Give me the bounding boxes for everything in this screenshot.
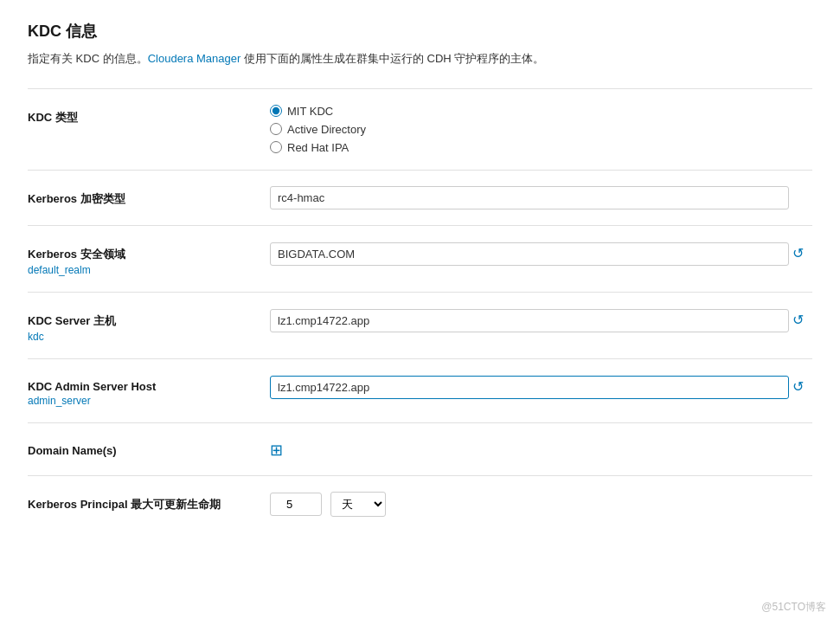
radio-mit-label: MIT KDC (287, 105, 333, 118)
kdc-server-label-col: KDC Server 主机 kdc (28, 308, 270, 343)
domain-names-field-col: ⊞ (270, 439, 812, 460)
radio-mit-input[interactable] (270, 105, 282, 117)
kerberos-enc-row: Kerberos 加密类型 (28, 186, 812, 209)
domain-names-row: Domain Name(s) ⊞ (28, 439, 812, 460)
kerberos-enc-label: Kerberos 加密类型 (28, 191, 270, 207)
divider-7 (28, 475, 812, 476)
divider-2 (28, 170, 812, 171)
kdc-admin-input[interactable] (270, 376, 789, 399)
kerberos-enc-input[interactable] (270, 186, 789, 209)
radio-ad-label: Active Directory (287, 123, 366, 136)
kdc-type-row: KDC 类型 MIT KDC Active Directory Red Hat … (28, 105, 812, 154)
page-description: 指定有关 KDC 的信息。Cloudera Manager 使用下面的属性生成在… (28, 50, 812, 68)
description-prefix: 指定有关 KDC 的信息。 (28, 52, 148, 65)
divider-6 (28, 422, 812, 423)
kerberos-realm-sublabel: default_realm (28, 264, 270, 276)
radio-redhat-input[interactable] (270, 141, 282, 153)
kerberos-principal-row: Kerberos Principal 最大可更新生命期 天 小时 分钟 (28, 492, 812, 517)
kdc-type-label: KDC 类型 (28, 110, 270, 126)
watermark: @51CTO博客 (761, 600, 826, 615)
domain-names-label: Domain Name(s) (28, 444, 270, 457)
kerberos-principal-inputs: 天 小时 分钟 (270, 492, 812, 517)
description-suffix: 使用下面的属性生成在群集中运行的 CDH 守护程序的主体。 (240, 52, 544, 65)
divider-3 (28, 225, 812, 226)
radio-redhat-ipa[interactable]: Red Hat IPA (270, 141, 812, 154)
radio-active-directory[interactable]: Active Directory (270, 123, 812, 136)
description-highlight: Cloudera Manager (148, 52, 241, 65)
kerberos-realm-reset-icon[interactable]: ↺ (792, 245, 804, 261)
kdc-admin-label-col: KDC Admin Server Host admin_server (28, 375, 270, 407)
kdc-admin-label: KDC Admin Server Host (28, 380, 270, 393)
divider-5 (28, 358, 812, 359)
kdc-server-row: KDC Server 主机 kdc ↺ (28, 308, 812, 343)
kerberos-realm-label: Kerberos 安全领域 (28, 247, 270, 262)
radio-ad-input[interactable] (270, 123, 282, 135)
kdc-admin-reset-icon[interactable]: ↺ (792, 378, 804, 395)
kerberos-principal-label: Kerberos Principal 最大可更新生命期 (28, 497, 270, 512)
kdc-admin-field-col: ↺ (270, 375, 812, 399)
kerberos-enc-label-col: Kerberos 加密类型 (28, 186, 270, 207)
kerberos-enc-field-col (270, 186, 812, 209)
page-title: KDC 信息 (28, 21, 812, 42)
kdc-server-reset-icon[interactable]: ↺ (792, 312, 804, 328)
kdc-server-sublabel: kdc (28, 331, 270, 343)
kerberos-principal-number-input[interactable] (270, 493, 322, 516)
kdc-server-field-col: ↺ (270, 308, 812, 332)
divider-4 (28, 292, 812, 293)
section-divider (28, 88, 812, 89)
radio-redhat-label: Red Hat IPA (287, 141, 349, 154)
kerberos-principal-field-col: 天 小时 分钟 (270, 492, 812, 517)
kdc-admin-sublabel: admin_server (28, 395, 270, 407)
kerberos-realm-row: Kerberos 安全领域 default_realm ↺ (28, 242, 812, 276)
kdc-server-input[interactable] (270, 309, 789, 332)
kerberos-realm-input[interactable] (270, 242, 789, 266)
page-container: KDC 信息 指定有关 KDC 的信息。Cloudera Manager 使用下… (0, 0, 840, 553)
kerberos-principal-label-col: Kerberos Principal 最大可更新生命期 (28, 492, 270, 512)
kerberos-realm-field-col: ↺ (270, 242, 812, 266)
radio-mit-kdc[interactable]: MIT KDC (270, 105, 812, 118)
kdc-admin-row: KDC Admin Server Host admin_server ↺ (28, 375, 812, 407)
kdc-type-label-col: KDC 类型 (28, 105, 270, 126)
domain-names-label-col: Domain Name(s) (28, 439, 270, 457)
kerberos-realm-label-col: Kerberos 安全领域 default_realm (28, 242, 270, 276)
kdc-type-radio-group: MIT KDC Active Directory Red Hat IPA (270, 105, 812, 154)
domain-names-add-icon[interactable]: ⊞ (270, 441, 283, 460)
kdc-type-field-col: MIT KDC Active Directory Red Hat IPA (270, 105, 812, 154)
kdc-server-label: KDC Server 主机 (28, 313, 270, 329)
kerberos-principal-unit-select[interactable]: 天 小时 分钟 (330, 492, 386, 517)
